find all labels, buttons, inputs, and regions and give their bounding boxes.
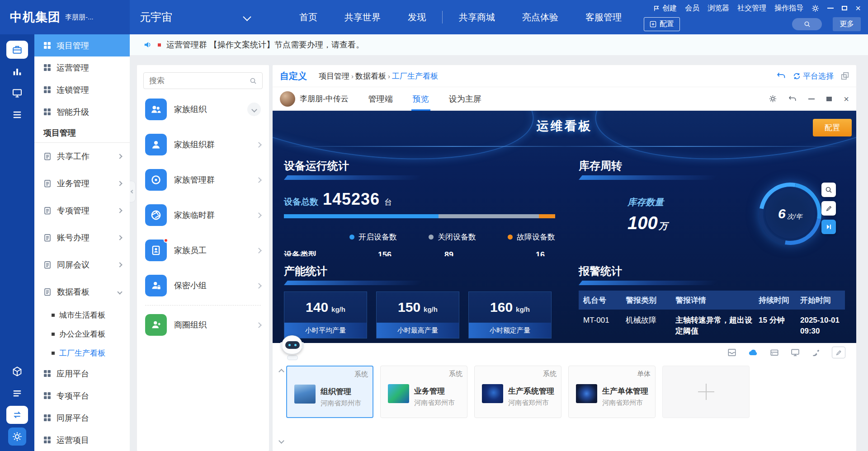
nav-shared-mall[interactable]: 共享商城	[445, 11, 509, 23]
screen-share-icon[interactable]	[790, 348, 800, 357]
gear-icon[interactable]	[769, 95, 777, 103]
sidebar-item-account-handling[interactable]: 账号办理	[34, 224, 130, 251]
sidebar-subitem-factory-production-board[interactable]: 工厂生产看板	[34, 343, 130, 362]
rail-layers-item[interactable]	[0, 382, 34, 404]
pencil-icon[interactable]	[821, 201, 836, 216]
custom-button[interactable]: 自定义	[280, 70, 307, 82]
nav-highlights[interactable]: 亮点体验	[509, 11, 572, 23]
minimize-icon[interactable]	[808, 99, 815, 99]
sidebar-item-special-platform[interactable]: 专项平台	[34, 385, 130, 407]
chevron-down-icon[interactable]	[244, 14, 250, 22]
chevron-down-icon[interactable]	[247, 103, 261, 116]
sidebar-section-label: 项目管理	[34, 123, 130, 143]
scroll-down-icon[interactable]	[279, 437, 283, 445]
breadcrumb-factory-board[interactable]: 工厂生产看板	[392, 71, 438, 81]
browser-action[interactable]: 浏览器	[708, 4, 729, 13]
sidebar-item-data-dashboard[interactable]: 数据看板	[34, 278, 130, 305]
topbar-search-button[interactable]	[792, 18, 822, 30]
sidebar-item-same-screen-meeting[interactable]: 同屏会议	[34, 251, 130, 278]
avatar[interactable]	[280, 91, 295, 107]
maximize-icon[interactable]	[842, 6, 847, 10]
section-title-device: 设备运行统计	[284, 159, 349, 173]
close-icon[interactable]: ×	[844, 94, 849, 103]
assistant-robot[interactable]	[282, 335, 303, 360]
social-management-action[interactable]: 社交管理	[737, 4, 766, 13]
popout-icon[interactable]	[841, 72, 849, 80]
restore-icon[interactable]	[826, 97, 832, 101]
play-next-icon[interactable]	[821, 220, 836, 234]
undo-icon[interactable]	[777, 72, 786, 80]
group-search-box[interactable]	[143, 72, 263, 89]
more-button[interactable]: 更多	[833, 17, 861, 31]
search-input[interactable]	[149, 76, 250, 85]
rail-analytics-item[interactable]	[0, 61, 34, 82]
operation-guide-action[interactable]: 操作指导	[774, 4, 803, 13]
tab-admin[interactable]: 管理端	[368, 87, 393, 111]
zoom-search-icon[interactable]	[821, 183, 836, 197]
nav-discover[interactable]: 发现	[394, 11, 439, 23]
badge-icon	[145, 240, 167, 261]
progress-segment-off	[439, 214, 539, 218]
tab-preview[interactable]: 预览	[413, 87, 429, 111]
speaker-icon	[143, 40, 152, 49]
scene-card-org-management[interactable]: 系统 组织管理 河南省郑州市	[286, 366, 373, 418]
rail-list-item[interactable]	[0, 104, 34, 126]
owner-name: 李朋朋-中传云	[300, 94, 349, 104]
storage-icon[interactable]	[769, 348, 779, 357]
cloud-sync-icon[interactable]	[748, 347, 759, 358]
scene-card-production-unit[interactable]: 单体 生产单体管理 河南省郑州市	[568, 366, 656, 418]
sidebar-item-same-screen-platform[interactable]: 同屏平台	[34, 407, 130, 429]
rail-workspace-item[interactable]	[0, 39, 34, 61]
scene-card-production-system[interactable]: 系统 生产系统管理 河南省郑州市	[474, 366, 561, 418]
archive-box-icon[interactable]	[727, 348, 737, 357]
rail-cube-item[interactable]	[0, 361, 34, 382]
breadcrumb-project-management[interactable]: 项目管理	[319, 71, 349, 81]
settings-gear-icon[interactable]	[811, 5, 819, 12]
group-item-family-org[interactable]: 家族组织	[137, 92, 269, 127]
nav-customer-service[interactable]: 客服管理	[572, 11, 635, 23]
undo-icon[interactable]	[788, 95, 797, 103]
group-item-business-circle[interactable]: 商圈组织	[137, 307, 269, 343]
group-item-family-temp-group[interactable]: 家族临时群	[137, 197, 269, 233]
create-action[interactable]: 创建	[653, 4, 677, 13]
signature-icon[interactable]	[811, 348, 821, 357]
group-item-family-org-group[interactable]: 家族组织群	[137, 127, 269, 162]
breadcrumb-data-dashboard[interactable]: 数据看板	[355, 71, 386, 81]
close-icon[interactable]: ×	[855, 4, 861, 13]
nav-shared-world[interactable]: 共享世界	[331, 11, 394, 23]
group-item-family-staff[interactable]: 家族员工	[137, 233, 269, 268]
rail-transfer-item[interactable]	[0, 404, 34, 426]
sidebar-item-smart-upgrade[interactable]: 智能升级	[34, 101, 130, 123]
sidebar-item-chain-management[interactable]: 连锁管理	[34, 79, 130, 101]
dashboard-config-button[interactable]: 配置	[813, 119, 852, 136]
sidebar-item-operations[interactable]: 运营管理	[34, 56, 130, 79]
nav-home[interactable]: 首页	[286, 11, 331, 23]
bullet-icon	[52, 314, 55, 317]
sidebar-item-shared-work[interactable]: 共享工作	[34, 143, 130, 170]
sidebar-item-operations-project[interactable]: 运营项目	[34, 429, 130, 451]
rail-display-item[interactable]	[0, 82, 34, 104]
config-button[interactable]: 配置	[644, 17, 680, 31]
group-item-family-admin-group[interactable]: 家族管理群	[137, 162, 269, 197]
rail-settings-item[interactable]	[0, 426, 34, 447]
add-scene-card[interactable]	[662, 366, 750, 418]
notice-text[interactable]: 运营管理群 【操作文案统计】节点需要办理，请查看。	[166, 39, 364, 50]
platform-select-button[interactable]: 平台选择	[793, 71, 834, 81]
panel-collapse-handle[interactable]	[130, 181, 136, 202]
edit-note-icon[interactable]	[832, 347, 845, 358]
sidebar-subitem-office-enterprise-board[interactable]: 办公企业看板	[34, 324, 130, 343]
device-total-label: 设备总数	[284, 196, 318, 208]
app-switcher[interactable]: 元宇宙	[130, 0, 265, 34]
sidebar-item-project-management[interactable]: 项目管理	[34, 34, 130, 56]
minimize-icon[interactable]	[827, 8, 834, 9]
scene-card-business-management[interactable]: 系统 业务管理 河南省郑州市	[380, 366, 467, 418]
sidebar-item-special-management[interactable]: 专项管理	[34, 197, 130, 224]
group-item-secret-group[interactable]: 保密小组	[137, 268, 269, 303]
sidebar-subitem-city-life-board[interactable]: 城市生活看板	[34, 305, 130, 324]
sidebar-item-app-platform[interactable]: 应用平台	[34, 362, 130, 385]
scroll-up-icon[interactable]	[279, 367, 283, 376]
document-icon	[43, 261, 52, 269]
tab-set-main-screen[interactable]: 设为主屏	[449, 87, 481, 111]
member-action[interactable]: 会员	[685, 4, 699, 13]
sidebar-item-business-management[interactable]: 业务管理	[34, 170, 130, 197]
